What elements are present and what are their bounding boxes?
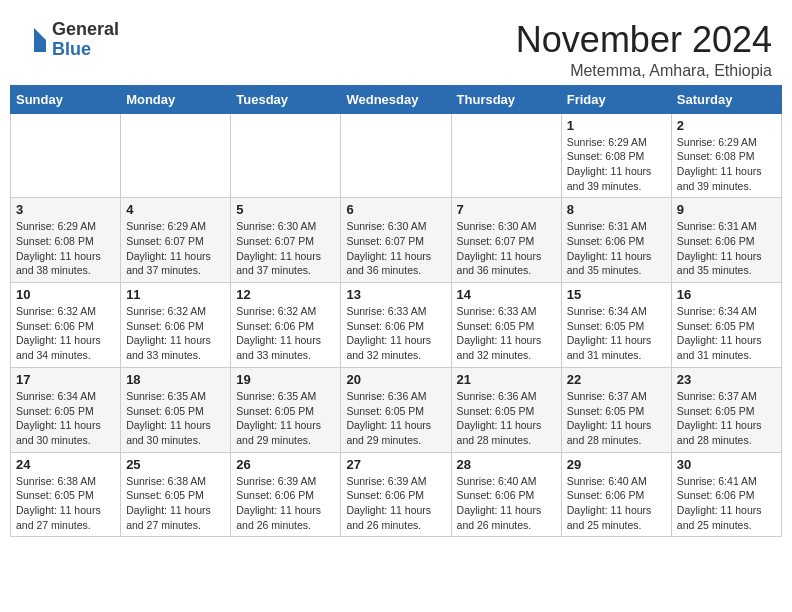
day-number: 2 — [677, 118, 776, 133]
day-info: Sunrise: 6:37 AM Sunset: 6:05 PM Dayligh… — [567, 389, 666, 448]
day-info: Sunrise: 6:32 AM Sunset: 6:06 PM Dayligh… — [126, 304, 225, 363]
calendar-cell: 15Sunrise: 6:34 AM Sunset: 6:05 PM Dayli… — [561, 283, 671, 368]
day-number: 21 — [457, 372, 556, 387]
calendar-cell: 11Sunrise: 6:32 AM Sunset: 6:06 PM Dayli… — [121, 283, 231, 368]
day-info: Sunrise: 6:29 AM Sunset: 6:07 PM Dayligh… — [126, 219, 225, 278]
day-header-sunday: Sunday — [11, 85, 121, 113]
calendar-cell: 5Sunrise: 6:30 AM Sunset: 6:07 PM Daylig… — [231, 198, 341, 283]
day-info: Sunrise: 6:32 AM Sunset: 6:06 PM Dayligh… — [16, 304, 115, 363]
day-number: 29 — [567, 457, 666, 472]
day-number: 12 — [236, 287, 335, 302]
day-info: Sunrise: 6:34 AM Sunset: 6:05 PM Dayligh… — [677, 304, 776, 363]
logo-icon — [20, 26, 48, 54]
day-number: 22 — [567, 372, 666, 387]
calendar-cell: 16Sunrise: 6:34 AM Sunset: 6:05 PM Dayli… — [671, 283, 781, 368]
calendar-cell: 17Sunrise: 6:34 AM Sunset: 6:05 PM Dayli… — [11, 367, 121, 452]
day-number: 19 — [236, 372, 335, 387]
day-info: Sunrise: 6:36 AM Sunset: 6:05 PM Dayligh… — [346, 389, 445, 448]
calendar-cell: 4Sunrise: 6:29 AM Sunset: 6:07 PM Daylig… — [121, 198, 231, 283]
day-number: 24 — [16, 457, 115, 472]
calendar-cell: 1Sunrise: 6:29 AM Sunset: 6:08 PM Daylig… — [561, 113, 671, 198]
day-header-saturday: Saturday — [671, 85, 781, 113]
calendar-cell — [341, 113, 451, 198]
day-info: Sunrise: 6:30 AM Sunset: 6:07 PM Dayligh… — [236, 219, 335, 278]
day-info: Sunrise: 6:30 AM Sunset: 6:07 PM Dayligh… — [346, 219, 445, 278]
day-number: 16 — [677, 287, 776, 302]
day-header-friday: Friday — [561, 85, 671, 113]
logo-text: General Blue — [52, 20, 119, 60]
day-info: Sunrise: 6:40 AM Sunset: 6:06 PM Dayligh… — [457, 474, 556, 533]
logo-general: General — [52, 20, 119, 40]
day-header-thursday: Thursday — [451, 85, 561, 113]
title-section: November 2024 Metemma, Amhara, Ethiopia — [516, 20, 772, 80]
day-info: Sunrise: 6:29 AM Sunset: 6:08 PM Dayligh… — [16, 219, 115, 278]
day-info: Sunrise: 6:34 AM Sunset: 6:05 PM Dayligh… — [567, 304, 666, 363]
day-number: 18 — [126, 372, 225, 387]
day-header-tuesday: Tuesday — [231, 85, 341, 113]
calendar-table: SundayMondayTuesdayWednesdayThursdayFrid… — [10, 85, 782, 538]
day-number: 5 — [236, 202, 335, 217]
calendar-cell — [11, 113, 121, 198]
calendar-cell: 27Sunrise: 6:39 AM Sunset: 6:06 PM Dayli… — [341, 452, 451, 537]
day-number: 17 — [16, 372, 115, 387]
day-number: 28 — [457, 457, 556, 472]
day-info: Sunrise: 6:38 AM Sunset: 6:05 PM Dayligh… — [16, 474, 115, 533]
day-number: 23 — [677, 372, 776, 387]
day-number: 25 — [126, 457, 225, 472]
calendar-cell: 14Sunrise: 6:33 AM Sunset: 6:05 PM Dayli… — [451, 283, 561, 368]
day-info: Sunrise: 6:37 AM Sunset: 6:05 PM Dayligh… — [677, 389, 776, 448]
day-info: Sunrise: 6:33 AM Sunset: 6:06 PM Dayligh… — [346, 304, 445, 363]
day-number: 26 — [236, 457, 335, 472]
day-number: 11 — [126, 287, 225, 302]
calendar-cell: 29Sunrise: 6:40 AM Sunset: 6:06 PM Dayli… — [561, 452, 671, 537]
day-number: 10 — [16, 287, 115, 302]
day-number: 7 — [457, 202, 556, 217]
day-number: 1 — [567, 118, 666, 133]
day-number: 15 — [567, 287, 666, 302]
day-number: 14 — [457, 287, 556, 302]
day-number: 13 — [346, 287, 445, 302]
calendar-cell: 20Sunrise: 6:36 AM Sunset: 6:05 PM Dayli… — [341, 367, 451, 452]
day-number: 20 — [346, 372, 445, 387]
day-info: Sunrise: 6:36 AM Sunset: 6:05 PM Dayligh… — [457, 389, 556, 448]
calendar-cell: 6Sunrise: 6:30 AM Sunset: 6:07 PM Daylig… — [341, 198, 451, 283]
location: Metemma, Amhara, Ethiopia — [516, 62, 772, 80]
day-header-monday: Monday — [121, 85, 231, 113]
day-number: 30 — [677, 457, 776, 472]
calendar-cell: 7Sunrise: 6:30 AM Sunset: 6:07 PM Daylig… — [451, 198, 561, 283]
logo: General Blue — [20, 20, 119, 60]
month-title: November 2024 — [516, 20, 772, 60]
day-info: Sunrise: 6:31 AM Sunset: 6:06 PM Dayligh… — [567, 219, 666, 278]
svg-marker-1 — [34, 40, 46, 52]
day-info: Sunrise: 6:32 AM Sunset: 6:06 PM Dayligh… — [236, 304, 335, 363]
calendar-cell — [451, 113, 561, 198]
day-info: Sunrise: 6:39 AM Sunset: 6:06 PM Dayligh… — [346, 474, 445, 533]
logo-blue: Blue — [52, 40, 119, 60]
calendar-cell: 9Sunrise: 6:31 AM Sunset: 6:06 PM Daylig… — [671, 198, 781, 283]
calendar-cell: 23Sunrise: 6:37 AM Sunset: 6:05 PM Dayli… — [671, 367, 781, 452]
calendar-cell — [231, 113, 341, 198]
day-number: 9 — [677, 202, 776, 217]
day-info: Sunrise: 6:29 AM Sunset: 6:08 PM Dayligh… — [677, 135, 776, 194]
day-number: 3 — [16, 202, 115, 217]
day-info: Sunrise: 6:35 AM Sunset: 6:05 PM Dayligh… — [126, 389, 225, 448]
calendar-cell: 25Sunrise: 6:38 AM Sunset: 6:05 PM Dayli… — [121, 452, 231, 537]
day-number: 27 — [346, 457, 445, 472]
day-info: Sunrise: 6:35 AM Sunset: 6:05 PM Dayligh… — [236, 389, 335, 448]
calendar-cell — [121, 113, 231, 198]
calendar-cell: 8Sunrise: 6:31 AM Sunset: 6:06 PM Daylig… — [561, 198, 671, 283]
page-header: General Blue November 2024 Metemma, Amha… — [10, 10, 782, 85]
calendar-cell: 24Sunrise: 6:38 AM Sunset: 6:05 PM Dayli… — [11, 452, 121, 537]
calendar-cell: 12Sunrise: 6:32 AM Sunset: 6:06 PM Dayli… — [231, 283, 341, 368]
calendar-cell: 26Sunrise: 6:39 AM Sunset: 6:06 PM Dayli… — [231, 452, 341, 537]
calendar-cell: 10Sunrise: 6:32 AM Sunset: 6:06 PM Dayli… — [11, 283, 121, 368]
svg-marker-0 — [34, 28, 46, 40]
day-info: Sunrise: 6:34 AM Sunset: 6:05 PM Dayligh… — [16, 389, 115, 448]
day-info: Sunrise: 6:39 AM Sunset: 6:06 PM Dayligh… — [236, 474, 335, 533]
calendar-cell: 18Sunrise: 6:35 AM Sunset: 6:05 PM Dayli… — [121, 367, 231, 452]
day-info: Sunrise: 6:33 AM Sunset: 6:05 PM Dayligh… — [457, 304, 556, 363]
day-number: 4 — [126, 202, 225, 217]
calendar-cell: 28Sunrise: 6:40 AM Sunset: 6:06 PM Dayli… — [451, 452, 561, 537]
day-number: 6 — [346, 202, 445, 217]
calendar-cell: 30Sunrise: 6:41 AM Sunset: 6:06 PM Dayli… — [671, 452, 781, 537]
